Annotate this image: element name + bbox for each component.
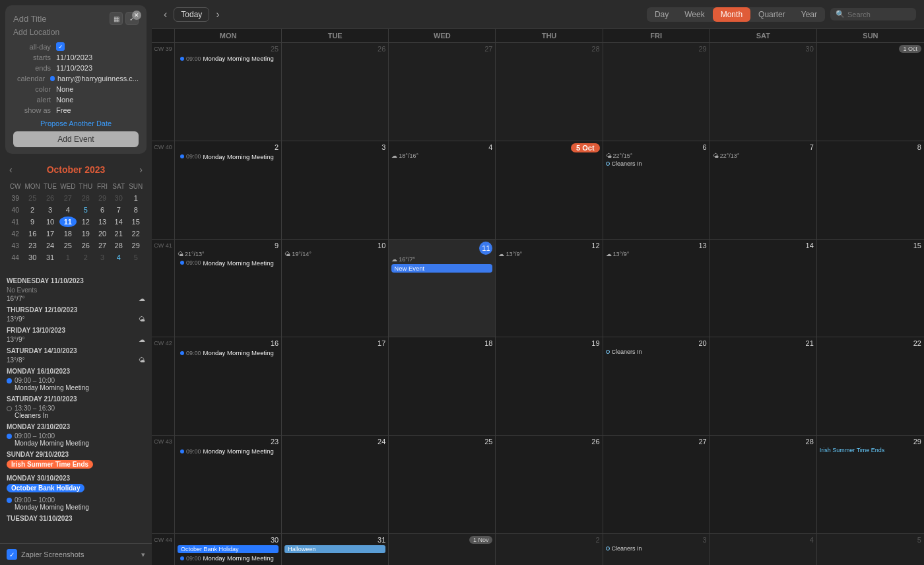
day-cell-oct31[interactable]: 31 Halloween [282,534,389,565]
mini-day-16[interactable]: 16 [24,228,41,239]
day-cell-oct12[interactable]: 12 ☁13°/9° [496,240,603,337]
day-cell-oct1[interactable]: 1 Oct [817,43,924,141]
day-cell-oct8[interactable]: 8 [817,141,924,239]
propose-another-date-link[interactable]: Propose Another Date [13,119,139,127]
day-cell-nov3[interactable]: 3 Cleaners In [603,534,710,565]
event-sat21[interactable]: 13:30 – 16:30 Cleaners In [7,405,145,419]
irish-st-badge[interactable]: Irish Summer Time Ends [7,460,93,469]
mini-day-1b[interactable]: 1 [59,252,77,263]
close-button[interactable]: ✕ [132,11,141,20]
mini-day-17[interactable]: 17 [42,228,58,239]
day-cell-oct6[interactable]: 6 🌤22°/15° Cleaners In [603,141,710,239]
mini-day-27[interactable]: 27 [59,193,77,203]
day-cell-sep28[interactable]: 28 [496,43,603,141]
mon-meeting-event-30[interactable]: 09:00 Monday Morning Meeting [178,554,279,562]
ends-value[interactable]: 11/10/2023 [56,64,92,72]
mini-day-5b[interactable]: 5 [127,252,144,263]
mon-meeting-event-23[interactable]: 09:00 Monday Morning Meeting [178,447,279,455]
day-cell-sep26[interactable]: 26 [282,43,389,141]
view-day-button[interactable]: Day [647,7,676,22]
search-input[interactable] [847,11,911,18]
mini-day-29[interactable]: 29 [95,193,110,203]
day-cell-oct11[interactable]: 11 ☁16°/7° New Event [389,240,496,337]
day-cell-oct14[interactable]: 14 [710,240,817,337]
day-cell-sep27[interactable]: 27 [389,43,496,141]
day-cell-oct27[interactable]: 27 [603,436,710,533]
mini-day-4b[interactable]: 4 [111,252,126,263]
day-cell-nov1[interactable]: 1 Nov [389,534,496,565]
alert-value[interactable]: None [56,96,73,104]
day-cell-oct24[interactable]: 24 [282,436,389,533]
next-month-button[interactable]: › [212,7,223,22]
view-week-button[interactable]: Week [676,7,712,22]
mini-day-27b[interactable]: 27 [95,240,110,251]
mini-day-23[interactable]: 23 [24,240,41,251]
mini-day-10[interactable]: 10 [42,216,58,227]
day-cell-oct13[interactable]: 13 ☁13°/9° [603,240,710,337]
day-cell-oct30[interactable]: 30 October Bank Holiday 09:00 Monday Mor… [175,534,282,565]
event-mon30[interactable]: 09:00 – 10:00 Monday Morning Meeting [7,496,145,511]
day-cell-oct15[interactable]: 15 [817,240,924,337]
day-cell-oct29[interactable]: 29 Irish Summer Time Ends [817,436,924,533]
day-cell-oct19[interactable]: 19 [496,337,603,435]
mini-day-15[interactable]: 15 [127,216,144,227]
event-mon16[interactable]: 09:00 – 10:00 Monday Morning Meeting [7,377,145,391]
mini-day-20[interactable]: 20 [95,228,110,239]
mini-day-25b[interactable]: 25 [59,240,77,251]
day-cell-nov5[interactable]: 5 [817,534,924,565]
mini-day-14[interactable]: 14 [111,216,126,227]
bank-holiday-banner[interactable]: October Bank Holiday [178,545,279,553]
day-cell-oct28[interactable]: 28 [710,436,817,533]
day-cell-oct7[interactable]: 7 🌤22°/13° [710,141,817,239]
bank-holiday-badge[interactable]: October Bank Holiday [7,484,84,492]
event-mon23[interactable]: 09:00 – 10:00 Monday Morning Meeting [7,432,145,447]
mini-day-7[interactable]: 7 [111,205,126,215]
show-as-value[interactable]: Free [56,106,71,114]
day-cell-oct23[interactable]: 23 09:00 Monday Morning Meeting [175,436,282,533]
mini-day-29[interactable]: 29 [127,240,144,251]
new-event[interactable]: New Event [391,264,492,273]
cleaners-event-fri6[interactable]: Cleaners In [606,160,707,167]
day-cell-sep30[interactable]: 30 [710,43,817,141]
day-cell-oct20[interactable]: 20 Cleaners In [603,337,710,435]
mini-day-30[interactable]: 30 [24,252,41,263]
day-cell-oct18[interactable]: 18 [389,337,496,435]
day-cell-oct26[interactable]: 26 [496,436,603,533]
day-cell-oct21[interactable]: 21 [710,337,817,435]
mon-meeting-event-16[interactable]: 09:00 Monday Morning Meeting [178,349,279,357]
add-location-label[interactable]: Add Location [13,28,139,37]
mini-day-24[interactable]: 24 [42,240,58,251]
mini-day-21[interactable]: 21 [111,228,126,239]
sidebar-bottom-bar[interactable]: ✓ Zapier Screenshots ▾ [0,543,152,565]
day-cell-oct9[interactable]: 9 🌤21°/13° 09:00 Monday Morning Meeting [175,240,282,337]
mini-day-2[interactable]: 2 [24,205,41,215]
mini-day-26[interactable]: 26 [42,193,58,203]
mini-day-31[interactable]: 31 [42,252,58,263]
day-cell-nov2[interactable]: 2 [496,534,603,565]
mini-day-8[interactable]: 8 [127,205,144,215]
day-cell-oct2[interactable]: 2 09:00 Monday Morning Meeting [175,141,282,239]
mini-day-19[interactable]: 19 [78,228,94,239]
view-month-button[interactable]: Month [713,7,750,22]
cleaners-event-fri20[interactable]: Cleaners In [606,349,707,355]
day-cell-oct22[interactable]: 22 [817,337,924,435]
mini-day-3[interactable]: 3 [42,205,58,215]
mini-day-3b[interactable]: 3 [95,252,110,263]
irish-st-event[interactable]: Irish Summer Time Ends [820,447,921,453]
calendar-icon-btn[interactable]: ▦ [110,12,123,25]
mini-day-18[interactable]: 18 [59,228,77,239]
mini-day-11[interactable]: 11 [59,216,77,227]
mini-day-9[interactable]: 9 [24,216,41,227]
mini-day-30[interactable]: 30 [111,193,126,203]
prev-month-button[interactable]: ‹ [160,7,171,22]
day-cell-oct10[interactable]: 10 🌤19°/14° [282,240,389,337]
mini-day-2b[interactable]: 2 [78,252,94,263]
color-value[interactable]: None [56,85,73,93]
mini-day-12[interactable]: 12 [78,216,94,227]
add-event-button[interactable]: Add Event [13,131,139,147]
mini-cal-prev-button[interactable]: ‹ [7,164,15,175]
day-cell-oct17[interactable]: 17 [282,337,389,435]
day-cell-sep29[interactable]: 29 [603,43,710,141]
mini-day-6[interactable]: 6 [95,205,110,215]
day-cell-sep25[interactable]: 25 09:00 Monday Morning Meeting [175,43,282,141]
